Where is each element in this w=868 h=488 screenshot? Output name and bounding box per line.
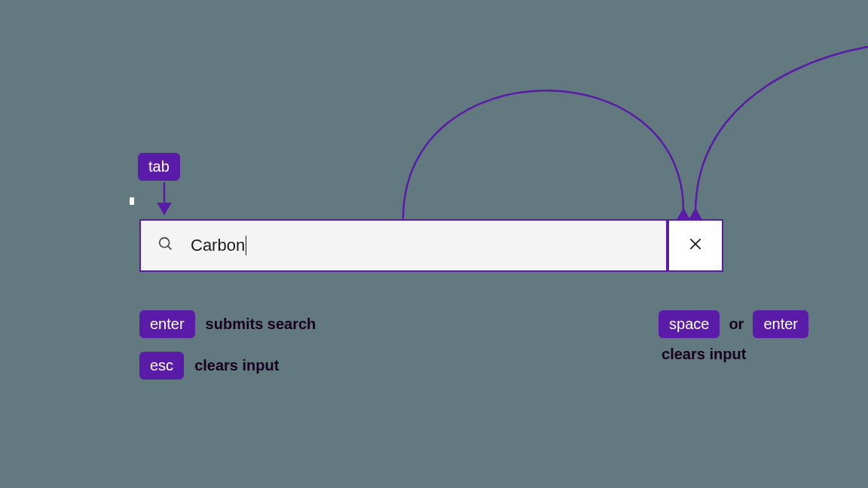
close-icon (688, 236, 703, 255)
search-input-area[interactable]: Carbon (141, 221, 666, 270)
search-text-content: Carbon (191, 236, 245, 255)
enter-key-badge: enter (139, 310, 195, 338)
hint-row-esc: esc clears input (139, 352, 316, 380)
esc-key-badge: esc (139, 352, 184, 380)
text-cursor (246, 236, 246, 255)
hint-row-enter: enter submits search (139, 310, 316, 338)
search-icon (157, 236, 174, 255)
diagram-canvas: tab Carbon e (0, 0, 868, 488)
svg-line-2 (168, 246, 172, 250)
focus-marker (130, 197, 134, 205)
tab-key-label: tab (148, 158, 170, 175)
clear-button[interactable] (666, 221, 722, 270)
hint-separator-or: or (729, 316, 744, 333)
clear-button-keyboard-hints: space or enter clears input (659, 310, 808, 363)
hint-row-space-enter: space or enter (659, 310, 808, 338)
hint-text-clears-input: clears input (659, 346, 808, 363)
search-field[interactable]: Carbon (139, 219, 723, 272)
svg-point-1 (160, 238, 170, 248)
hint-text-clears: clears input (194, 357, 279, 374)
hint-text-submits: submits search (206, 316, 316, 333)
search-input-value[interactable]: Carbon (191, 236, 246, 255)
space-key-badge: space (659, 310, 720, 338)
tab-key-badge: tab (138, 153, 180, 181)
enter-key-badge-right: enter (753, 310, 808, 338)
input-keyboard-hints: enter submits search esc clears input (139, 310, 316, 393)
